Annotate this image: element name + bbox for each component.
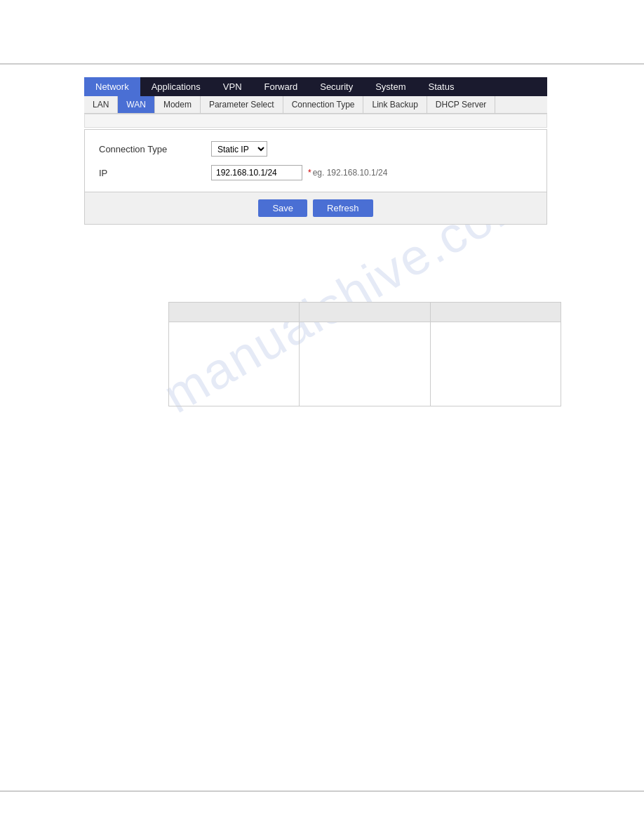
refresh-button[interactable]: Refresh	[313, 199, 373, 217]
progress-area	[84, 114, 547, 128]
tab-wan[interactable]: WAN	[118, 96, 155, 113]
table-cell-3	[430, 322, 561, 406]
ip-input[interactable]	[211, 165, 302, 180]
tab-parameter-select[interactable]: Parameter Select	[201, 96, 283, 113]
form-section: Connection Type Static IP DHCP PPPoE IP …	[84, 129, 547, 192]
ip-label: IP	[99, 168, 211, 178]
table-header-col1	[169, 303, 300, 322]
secondary-nav: LAN WAN Modem Parameter Select Connectio…	[84, 96, 547, 114]
ip-row: IP *eg. 192.168.10.1/24	[99, 165, 532, 180]
table-header-col3	[430, 303, 561, 322]
table-cell-1	[169, 322, 300, 406]
connection-type-label: Connection Type	[99, 144, 211, 154]
table-cell-2	[300, 322, 430, 406]
asterisk-icon: *	[308, 168, 311, 178]
top-border	[0, 63, 644, 65]
tab-dhcp-server[interactable]: DHCP Server	[427, 96, 495, 113]
tab-lan[interactable]: LAN	[84, 96, 118, 113]
buttons-section: Save Refresh	[84, 192, 547, 225]
table-row	[169, 322, 561, 406]
connection-type-select[interactable]: Static IP DHCP PPPoE	[211, 141, 267, 157]
tab-connection-type[interactable]: Connection Type	[283, 96, 364, 113]
bottom-border	[0, 790, 644, 792]
table-header-row	[169, 303, 561, 322]
connection-type-row: Connection Type Static IP DHCP PPPoE	[99, 141, 532, 157]
data-table	[168, 302, 561, 406]
table-header-col2	[300, 303, 430, 322]
tab-forward[interactable]: Forward	[253, 77, 309, 96]
tab-network[interactable]: Network	[84, 77, 140, 96]
tab-link-backup[interactable]: Link Backup	[363, 96, 427, 113]
tab-system[interactable]: System	[364, 77, 417, 96]
table-container	[168, 302, 561, 406]
tab-security[interactable]: Security	[309, 77, 364, 96]
tab-vpn[interactable]: VPN	[212, 77, 253, 96]
ip-hint: *eg. 192.168.10.1/24	[308, 168, 387, 178]
tab-applications[interactable]: Applications	[140, 77, 212, 96]
primary-nav: Network Applications VPN Forward Securit…	[84, 77, 547, 96]
save-button[interactable]: Save	[258, 199, 307, 217]
main-container: Network Applications VPN Forward Securit…	[84, 77, 547, 225]
tab-modem[interactable]: Modem	[155, 96, 201, 113]
tab-status[interactable]: Status	[417, 77, 466, 96]
